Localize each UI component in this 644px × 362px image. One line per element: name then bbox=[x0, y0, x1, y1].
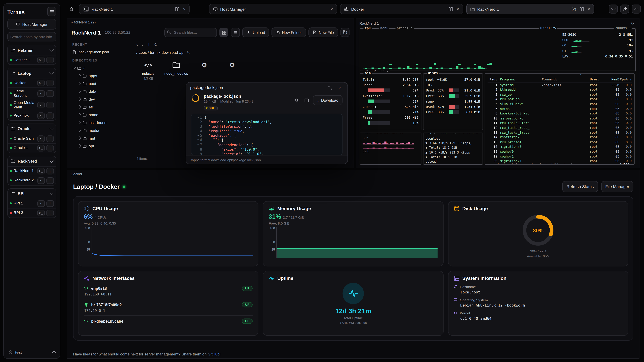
upload-button[interactable]: Upload bbox=[242, 27, 269, 37]
new-folder-button[interactable]: New Folder bbox=[272, 27, 306, 37]
host-terminal-button[interactable]: >_ bbox=[38, 57, 45, 63]
proc-row[interactable]: 18 cpuhp/0 root 0B 0.0 bbox=[488, 149, 632, 154]
nav-up-button[interactable]: ↑ bbox=[148, 42, 150, 47]
tab-docker[interactable]: Docker × bbox=[340, 4, 464, 14]
host-terminal-button[interactable]: >_ bbox=[38, 200, 45, 207]
directory-item[interactable]: boot bbox=[72, 80, 130, 87]
refresh-status-button[interactable]: Refresh Status bbox=[562, 181, 598, 192]
directory-item[interactable]: data bbox=[72, 87, 130, 95]
code-preview[interactable]: ▾1 { 2 "name": "termix-download-api", 3 … bbox=[191, 114, 343, 155]
proc-row[interactable]: 5 slub_flushwq root 0B 0.0 bbox=[488, 102, 632, 106]
proc-row[interactable]: 6 netns root 0B 0.0 bbox=[488, 107, 632, 111]
host-item[interactable]: RackNerd 2 >_ ⋮ bbox=[8, 176, 56, 185]
proc-row[interactable]: 1 systemd /sbin/init root 9.2M 0.0 bbox=[488, 83, 632, 87]
close-tab-button[interactable]: × bbox=[183, 7, 186, 11]
host-item[interactable]: Proxmox >_ ⋮ bbox=[8, 111, 56, 120]
host-menu-button[interactable]: ⋮ bbox=[46, 80, 54, 86]
file-tile-indexjs[interactable]: </> index.js 4.3 KB bbox=[136, 59, 160, 80]
collapse-header-button[interactable] bbox=[632, 4, 641, 13]
proc-table[interactable]: 1 systemd /sbin/init root 9.2M 0.0 2 kth… bbox=[488, 83, 632, 164]
host-manager-button[interactable]: Host Manager bbox=[8, 19, 56, 30]
host-terminal-button[interactable]: >_ bbox=[38, 210, 45, 216]
proc-row[interactable]: 2 kthreadd root 0B 0.0 bbox=[488, 87, 632, 92]
host-terminal-button[interactable]: >_ bbox=[38, 80, 45, 86]
directory-item[interactable]: media bbox=[72, 126, 130, 134]
proc-row[interactable]: 16 migration/0 root 0B 0.0 bbox=[488, 145, 632, 149]
list-view-button[interactable] bbox=[231, 28, 240, 37]
tools-button[interactable] bbox=[620, 4, 629, 13]
host-item[interactable]: Hetzner 1 >_ ⋮ bbox=[8, 55, 56, 64]
host-terminal-button[interactable]: >_ bbox=[38, 177, 45, 184]
proc-row[interactable]: 10 mm_percpu_wq root 0B 0.0 bbox=[488, 116, 632, 121]
tab-racknerd1-files[interactable]: RackNerd 1 (2) × bbox=[466, 4, 594, 14]
sidebar-footer[interactable]: test bbox=[4, 346, 60, 358]
host-terminal-button[interactable]: >_ bbox=[38, 168, 45, 174]
host-terminal-button[interactable]: >_ bbox=[38, 112, 45, 119]
close-tab-button[interactable]: × bbox=[456, 7, 459, 11]
host-group-header[interactable]: Hetzner bbox=[8, 45, 56, 55]
host-item[interactable]: RackNerd 1 >_ ⋮ bbox=[8, 166, 56, 175]
nav-forward-button[interactable]: › bbox=[142, 42, 144, 47]
sidebar-menu-button[interactable] bbox=[47, 7, 56, 16]
host-menu-button[interactable]: ⋮ bbox=[46, 168, 54, 174]
grid-view-button[interactable] bbox=[220, 28, 228, 37]
edit-path-icon[interactable]: ✎ bbox=[187, 50, 190, 54]
tab-overflow-button[interactable] bbox=[608, 4, 618, 13]
tab-host-manager[interactable]: Host Manager × bbox=[209, 4, 337, 14]
host-terminal-button[interactable]: >_ bbox=[38, 135, 45, 142]
close-tab-button[interactable]: × bbox=[588, 7, 590, 11]
nav-refresh-button[interactable]: ↻ bbox=[154, 42, 158, 47]
recent-file-item[interactable]: package-lock.json bbox=[72, 48, 130, 56]
proc-row[interactable]: 19 cpuhp/1 root 0B 0.0 bbox=[488, 154, 632, 159]
host-item[interactable]: Docker >_ ⋮ bbox=[8, 78, 56, 87]
proc-row[interactable]: 14 ksoftirqd/0 root 0B 0.0 bbox=[488, 135, 632, 140]
split-view-button[interactable] bbox=[578, 6, 585, 12]
host-menu-button[interactable]: ⋮ bbox=[46, 200, 54, 207]
download-button[interactable]: ↓ Download bbox=[313, 95, 342, 105]
proc-row[interactable]: 4 rcu_par_gp root 0B 0.0 bbox=[488, 97, 632, 102]
host-group-header[interactable]: RackNerd bbox=[8, 156, 56, 166]
host-terminal-button[interactable]: >_ bbox=[38, 90, 45, 97]
nav-back-button[interactable]: ‹ bbox=[136, 42, 138, 47]
search-in-file-button[interactable] bbox=[293, 97, 300, 103]
io-auto-label[interactable]: auto bbox=[439, 133, 449, 134]
file-tile[interactable]: ⚙ bbox=[220, 59, 244, 80]
split-view-button[interactable] bbox=[448, 6, 454, 12]
host-menu-button[interactable]: ⋮ bbox=[46, 177, 54, 184]
directory-root[interactable]: / bbox=[72, 64, 130, 72]
new-file-button[interactable]: New File bbox=[308, 27, 338, 37]
split-view-button[interactable] bbox=[174, 6, 180, 12]
proc-filter-label[interactable]: filter bbox=[502, 73, 516, 75]
host-group-header[interactable]: Oracle bbox=[8, 124, 56, 134]
home-button[interactable] bbox=[67, 4, 76, 13]
proc-row[interactable]: 11 rcu_tasks_kthre root 0B 0.0 bbox=[488, 121, 632, 125]
proc-row[interactable]: 8 kworker/0:0H-ev root 0B 0.0 bbox=[488, 111, 632, 116]
close-tab-button[interactable]: × bbox=[330, 7, 333, 11]
directory-item[interactable]: lost+found bbox=[72, 119, 130, 126]
host-menu-button[interactable]: ⋮ bbox=[46, 210, 54, 216]
host-terminal-button[interactable]: >_ bbox=[38, 102, 45, 108]
directory-item[interactable]: dev bbox=[72, 95, 130, 103]
tab-racknerd1-terminal[interactable]: >_ RackNerd 1 × bbox=[79, 4, 190, 14]
btop-terminal[interactable]: cpu menu preset * 03:31:25 2000ms + up 2… bbox=[358, 27, 638, 165]
close-dialog-button[interactable]: × bbox=[337, 84, 343, 91]
directory-item[interactable]: mnt bbox=[72, 134, 130, 142]
host-item[interactable]: RPI 2 >_ ⋮ bbox=[8, 208, 56, 217]
host-search-input[interactable] bbox=[8, 32, 56, 41]
file-manager-button[interactable]: File Manager bbox=[601, 181, 633, 192]
directory-item[interactable]: opt bbox=[72, 142, 130, 150]
host-terminal-button[interactable]: >_ bbox=[38, 145, 45, 151]
host-menu-button[interactable]: ⋮ bbox=[46, 57, 54, 63]
host-menu-button[interactable]: ⋮ bbox=[46, 90, 54, 97]
host-item[interactable]: Game Servers >_ ⋮ bbox=[8, 87, 56, 99]
host-item[interactable]: Oracle Sam >_ ⋮ bbox=[8, 134, 56, 143]
host-item[interactable]: RPI 1 >_ ⋮ bbox=[8, 199, 56, 208]
file-search-input[interactable] bbox=[164, 28, 217, 37]
file-tile[interactable]: ⚙ bbox=[192, 59, 216, 80]
preset-label[interactable]: preset * bbox=[396, 26, 414, 30]
file-tile-node-modules[interactable]: node_modules bbox=[164, 59, 188, 80]
proc-row[interactable]: 12 rcu_tasks_rude_ root 0B 0.0 bbox=[488, 125, 632, 130]
directory-item[interactable]: apps bbox=[72, 72, 130, 80]
expand-dialog-button[interactable] bbox=[327, 84, 334, 91]
reconnect-button[interactable]: ↻ bbox=[629, 20, 636, 27]
